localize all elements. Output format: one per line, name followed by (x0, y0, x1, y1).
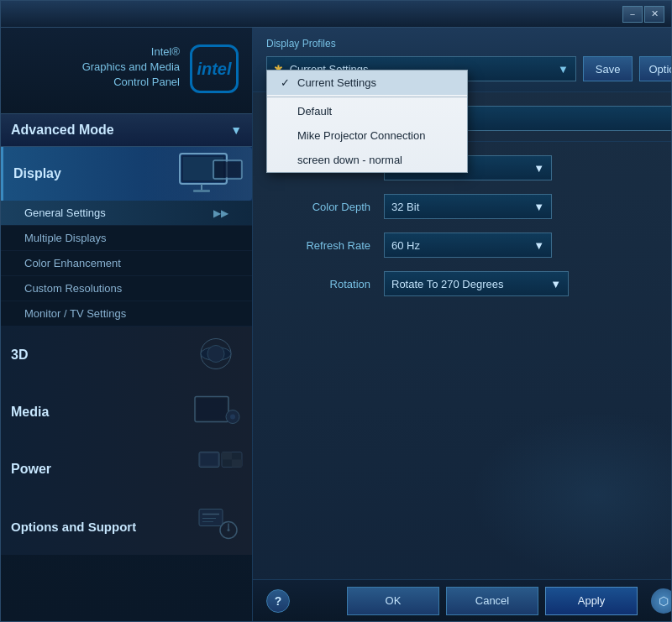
right-panel: Display Profiles ✱ Current Settings ▼ Sa… (253, 28, 671, 621)
ok-button[interactable]: OK (347, 587, 439, 615)
refresh-rate-arrow-icon: ▼ (533, 239, 544, 252)
nav-category-media[interactable]: Media (1, 384, 252, 441)
profile-dropdown-menu: ✓ Current Settings Default Mike Projecto… (266, 70, 468, 173)
main-content: Intel® Graphics and Media Control Panel … (1, 28, 671, 621)
nav-sub-item-monitor-tv[interactable]: Monitor / TV Settings (1, 301, 252, 327)
profile-save-button[interactable]: Save (583, 56, 633, 81)
app-title: Intel® Graphics and Media Control Panel (82, 44, 180, 91)
svg-rect-11 (197, 399, 227, 421)
pliki-icon: ⬡ (651, 588, 671, 614)
intel-logo: intel (190, 44, 239, 93)
rotation-setting-row: Rotation Rotate To 270 Degrees ▼ (266, 271, 671, 296)
nav-category-header-power[interactable]: Power (1, 441, 252, 498)
pliki-logo: ⬡ pliki.pl (651, 588, 671, 614)
svg-point-13 (230, 415, 235, 420)
profile-select-arrow-icon: ▼ (558, 63, 569, 76)
intel-logo-text: intel (197, 60, 231, 79)
sidebar-header: Intel® Graphics and Media Control Panel … (1, 28, 252, 113)
check-icon: ✓ (281, 76, 292, 89)
power-icon (195, 448, 245, 491)
dropdown-item-screen-down[interactable]: screen down - normal (267, 148, 467, 172)
resolution-arrow-icon: ▼ (533, 162, 544, 175)
sidebar: Intel® Graphics and Media Control Panel … (1, 28, 253, 621)
media-category-icon (186, 390, 245, 432)
color-depth-setting-row: Color Depth 32 Bit ▼ (266, 194, 671, 219)
apply-button[interactable]: Apply (545, 587, 638, 615)
options-icon (195, 505, 245, 548)
svg-rect-17 (222, 452, 232, 460)
nav-category-header-display[interactable]: Display (1, 147, 252, 201)
dropdown-item-default[interactable]: Default (267, 99, 467, 123)
svg-rect-4 (193, 190, 210, 192)
options-category-icon (195, 505, 245, 546)
display-category-icon (178, 153, 245, 195)
rotation-label: Rotation (266, 278, 384, 290)
nav-sub-item-custom-resolutions[interactable]: Custom Resolutions (1, 276, 252, 301)
media-category-label: Media (11, 405, 49, 420)
mode-arrow-icon: ▼ (230, 123, 242, 137)
nav-category-display[interactable]: Display (1, 147, 252, 327)
dropdown-item-current[interactable]: ✓ Current Settings (267, 71, 467, 95)
help-button[interactable]: ? (266, 589, 290, 613)
dropdown-item-mike-projector[interactable]: Mike Projector Connection (267, 123, 467, 148)
3d-icon (186, 333, 245, 378)
nav-section: Display (1, 147, 252, 621)
refresh-rate-setting-row: Refresh Rate 60 Hz ▼ (266, 233, 671, 258)
refresh-rate-label: Refresh Rate (266, 239, 384, 252)
nav-sub-item-general-settings[interactable]: General Settings ▶▶ (1, 201, 252, 226)
nav-category-header-3d[interactable]: 3D (1, 327, 252, 384)
3d-category-icon (186, 333, 245, 375)
svg-point-9 (207, 346, 224, 363)
nav-category-3d[interactable]: 3D (1, 327, 252, 384)
display-sub-items: General Settings ▶▶ Multiple Displays Co… (1, 201, 252, 327)
svg-point-25 (228, 529, 230, 531)
rotation-arrow-icon: ▼ (550, 278, 561, 290)
monitor-icon (178, 152, 245, 196)
svg-rect-19 (199, 510, 223, 526)
mode-label: Advanced Mode (11, 123, 114, 138)
3d-category-label: 3D (11, 348, 28, 363)
display-category-label: Display (13, 166, 61, 181)
power-category-icon (195, 448, 245, 489)
profile-section: Display Profiles ✱ Current Settings ▼ Sa… (253, 28, 671, 92)
color-depth-arrow-icon: ▼ (533, 201, 544, 213)
dropdown-divider (267, 97, 467, 97)
nav-sub-item-multiple-displays[interactable]: Multiple Displays (1, 226, 252, 251)
mode-selector[interactable]: Advanced Mode ▼ (1, 113, 252, 147)
close-button[interactable]: ✕ (644, 6, 664, 23)
color-depth-label: Color Depth (266, 201, 384, 213)
nav-category-options[interactable]: Options and Support (1, 498, 252, 555)
refresh-rate-select[interactable]: 60 Hz ▼ (384, 233, 552, 258)
color-depth-select[interactable]: 32 Bit ▼ (384, 194, 552, 219)
nav-category-header-options[interactable]: Options and Support (1, 498, 252, 555)
cancel-button[interactable]: Cancel (446, 587, 538, 615)
svg-rect-15 (201, 454, 218, 466)
options-category-label: Options and Support (11, 520, 136, 534)
nav-sub-item-color-enhancement[interactable]: Color Enhancement (1, 251, 252, 276)
general-settings-arrow-icon: ▶▶ (213, 207, 228, 219)
nav-category-power[interactable]: Power (1, 441, 252, 498)
svg-rect-18 (232, 460, 242, 468)
minimize-button[interactable]: − (622, 6, 643, 23)
title-bar: − ✕ (1, 1, 671, 28)
media-icon (186, 390, 245, 435)
main-window: − ✕ Intel® Graphics and Media Control Pa… (0, 0, 672, 622)
bottom-bar: ? OK Cancel Apply ⬡ pliki.pl (253, 579, 671, 621)
profile-section-label: Display Profiles (266, 38, 671, 50)
svg-rect-6 (215, 162, 241, 178)
rotation-select[interactable]: Rotate To 270 Degrees ▼ (384, 271, 569, 296)
profile-options-button[interactable]: Options ▼ (639, 56, 671, 81)
nav-category-header-media[interactable]: Media (1, 384, 252, 441)
power-category-label: Power (11, 462, 51, 477)
settings-background (471, 411, 671, 579)
